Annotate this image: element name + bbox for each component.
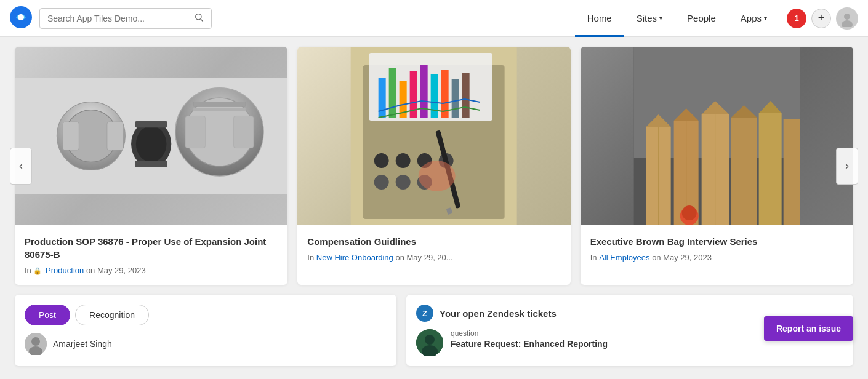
carousel-wrapper: Production SOP 36876 - Proper Use of Exp… xyxy=(15,47,853,285)
tab-post[interactable]: Post xyxy=(25,305,70,325)
svg-point-4 xyxy=(844,14,850,20)
bottom-section: Post Recognition Amarjeet Singh Z Your o… xyxy=(15,295,853,366)
svg-point-42 xyxy=(419,161,456,191)
svg-rect-10 xyxy=(107,122,123,150)
chevron-down-icon: ▾ xyxy=(659,15,662,22)
category-link-onboarding[interactable]: New Hire Onboarding xyxy=(316,253,393,262)
nav-actions: 1 + xyxy=(787,7,858,30)
svg-point-51 xyxy=(31,337,40,346)
ticket-subject: Feature Request: Enhanced Reporting xyxy=(451,339,608,349)
nav-links: Home Sites ▾ People Apps ▾ xyxy=(575,0,779,37)
category-link-production[interactable]: Production xyxy=(46,266,84,275)
card-chart[interactable]: Compensation Guidlines In New Hire Onboa… xyxy=(297,47,570,285)
lock-icon: 🔒 xyxy=(33,267,42,274)
tab-recognition[interactable]: Recognition xyxy=(75,305,149,325)
report-issue-button[interactable]: Report an issue xyxy=(764,316,853,341)
ticket-info: question Feature Request: Enhanced Repor… xyxy=(451,329,608,349)
author-name: Amarjeet Singh xyxy=(53,339,112,349)
navbar: Home Sites ▾ People Apps ▾ 1 + xyxy=(0,0,868,37)
svg-point-34 xyxy=(396,153,411,168)
svg-rect-18 xyxy=(233,116,254,148)
card-title-bolts: Production SOP 36876 - Proper Use of Exp… xyxy=(25,235,278,261)
nav-home[interactable]: Home xyxy=(575,0,624,37)
card-meta-bags: In All Employees on May 29, 2023 xyxy=(590,253,843,262)
card-title-bags: Executive Brown Bag Interview Series xyxy=(590,235,843,248)
svg-rect-28 xyxy=(420,65,428,118)
zendesk-title: Your open Zendesk tickets xyxy=(440,308,557,319)
svg-point-37 xyxy=(374,175,389,190)
category-link-allemployees[interactable]: All Employees xyxy=(599,253,649,262)
svg-point-49 xyxy=(681,205,696,220)
card-image-chart xyxy=(297,47,570,225)
search-input[interactable] xyxy=(47,14,190,23)
card-bolts[interactable]: Production SOP 36876 - Proper Use of Exp… xyxy=(15,47,287,285)
nav-apps[interactable]: Apps ▾ xyxy=(728,0,779,37)
svg-line-3 xyxy=(201,19,203,22)
card-meta-chart: In New Hire Onboarding on May 29, 20... xyxy=(307,253,560,262)
logo[interactable] xyxy=(10,6,39,31)
svg-rect-31 xyxy=(452,79,459,118)
svg-point-33 xyxy=(374,153,389,168)
ticket-type: question xyxy=(451,329,608,338)
svg-rect-9 xyxy=(63,122,79,150)
author-avatar xyxy=(25,333,47,355)
card-meta-bolts: In 🔒 Production on May 29, 2023 xyxy=(25,266,278,275)
zendesk-icon: Z xyxy=(416,305,433,322)
svg-rect-17 xyxy=(185,116,206,148)
notification-badge[interactable]: 1 xyxy=(787,9,806,28)
card-title-chart: Compensation Guidlines xyxy=(307,235,560,248)
card-body-bolts: Production SOP 36876 - Proper Use of Exp… xyxy=(15,225,287,285)
svg-point-12 xyxy=(136,126,167,162)
carousel-next-button[interactable]: › xyxy=(836,148,858,185)
card-image-bags xyxy=(581,47,853,225)
search-bar[interactable] xyxy=(39,8,212,29)
chevron-down-icon: ▾ xyxy=(764,15,767,22)
post-tabs: Post Recognition xyxy=(25,305,387,325)
user-avatar[interactable] xyxy=(836,7,858,30)
post-panel: Post Recognition Amarjeet Singh xyxy=(15,295,396,366)
card-bags[interactable]: Executive Brown Bag Interview Series In … xyxy=(581,47,853,285)
svg-point-2 xyxy=(196,14,201,19)
card-body-bags: Executive Brown Bag Interview Series In … xyxy=(581,225,853,272)
svg-rect-14 xyxy=(135,161,167,167)
svg-point-5 xyxy=(842,20,853,27)
svg-rect-32 xyxy=(462,73,470,118)
search-icon xyxy=(194,12,204,25)
svg-point-1 xyxy=(18,14,24,20)
add-button[interactable]: + xyxy=(811,9,831,28)
card-image-bolts xyxy=(15,47,287,225)
main-content: ‹ xyxy=(0,37,868,376)
nav-people[interactable]: People xyxy=(675,0,728,37)
svg-point-54 xyxy=(425,335,435,345)
svg-rect-25 xyxy=(389,68,396,118)
ticket-avatar xyxy=(416,329,443,356)
svg-rect-20 xyxy=(193,108,246,111)
svg-rect-19 xyxy=(193,102,246,107)
svg-point-38 xyxy=(396,175,411,190)
nav-sites[interactable]: Sites ▾ xyxy=(624,0,675,37)
card-body-chart: Compensation Guidlines In New Hire Onboa… xyxy=(297,225,570,272)
post-author: Amarjeet Singh xyxy=(25,333,387,355)
carousel-prev-button[interactable]: ‹ xyxy=(10,148,32,185)
svg-rect-13 xyxy=(135,121,167,127)
carousel-section: ‹ xyxy=(15,47,853,285)
